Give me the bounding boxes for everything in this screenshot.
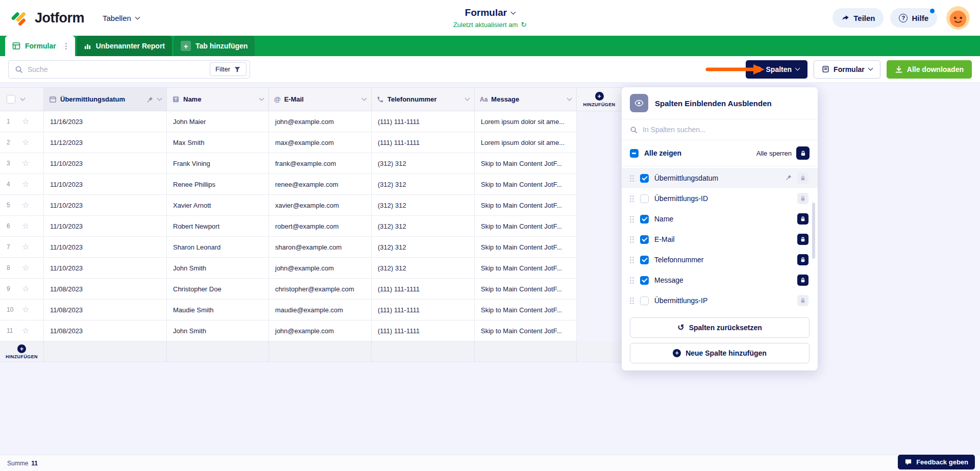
share-button[interactable]: Teilen: [832, 8, 884, 28]
lock-icon[interactable]: [797, 234, 808, 245]
form-title[interactable]: Formular: [453, 7, 527, 18]
row-header-cell[interactable]: 2☆: [0, 132, 44, 153]
cell-telefonnummer[interactable]: (312) 312: [372, 258, 475, 279]
column-visibility-checkbox[interactable]: [640, 194, 649, 203]
columns-search-box[interactable]: [622, 119, 818, 140]
tab-unbenannter-report[interactable]: Unbenannter Report: [77, 36, 172, 56]
cell-telefonnummer[interactable]: (312) 312: [372, 237, 475, 258]
cell-email[interactable]: renee@example.com: [269, 174, 372, 195]
reset-columns-button[interactable]: ↺ Spalten zurücksetzen: [630, 317, 810, 338]
star-icon[interactable]: ☆: [22, 201, 29, 209]
column-toggle-item[interactable]: Übermittlungsdatum: [622, 168, 818, 188]
cell-message[interactable]: Skip to Main Content JotF...: [475, 237, 577, 258]
cell-uebermittlungsdatum[interactable]: 11/10/2023: [44, 174, 167, 195]
cell-telefonnummer[interactable]: (312) 312: [372, 195, 475, 216]
drag-handle-icon[interactable]: [630, 215, 634, 223]
drag-handle-icon[interactable]: [630, 296, 634, 305]
row-header-cell[interactable]: 3☆: [0, 153, 44, 174]
cell-name[interactable]: John Smith: [167, 320, 269, 341]
cell-telefonnummer[interactable]: (111) 111-1111: [372, 111, 475, 132]
cell-uebermittlungsdatum[interactable]: 11/08/2023: [44, 279, 167, 300]
cell-name[interactable]: Robert Newport: [167, 216, 269, 237]
cell-email[interactable]: john@example.com: [269, 320, 372, 341]
add-new-column-button[interactable]: + Neue Spalte hinzufügen: [630, 343, 810, 363]
cell-uebermittlungsdatum[interactable]: 11/10/2023: [44, 258, 167, 279]
column-visibility-checkbox[interactable]: [640, 174, 649, 183]
cell-name[interactable]: Sharon Leonard: [167, 237, 269, 258]
star-icon[interactable]: ☆: [22, 306, 29, 314]
cell-uebermittlungsdatum[interactable]: 11/10/2023: [44, 216, 167, 237]
select-all-header[interactable]: [0, 87, 44, 111]
cell-uebermittlungsdatum[interactable]: 11/16/2023: [44, 111, 167, 132]
cell-message[interactable]: Skip to Main Content JotF...: [475, 153, 577, 174]
cell-name[interactable]: Maudie Smith: [167, 300, 269, 320]
cell-name[interactable]: Renee Phillips: [167, 174, 269, 195]
cell-name[interactable]: John Maier: [167, 111, 269, 132]
cell-email[interactable]: robert@example.com: [269, 216, 372, 237]
cell-email[interactable]: sharon@example.com: [269, 237, 372, 258]
column-visibility-checkbox[interactable]: [640, 256, 649, 264]
cell-telefonnummer[interactable]: (111) 111-1111: [372, 279, 475, 300]
column-header-message[interactable]: Aa Message: [475, 87, 577, 111]
cell-email[interactable]: christopher@example.com: [269, 279, 372, 300]
cell-message[interactable]: Skip to Main Content JotF...: [475, 174, 577, 195]
lock-icon[interactable]: [797, 193, 808, 204]
jotform-logo[interactable]: Jotform: [10, 8, 84, 28]
row-header-cell[interactable]: 1☆: [0, 111, 44, 132]
download-all-button[interactable]: Alle downloaden: [887, 60, 972, 79]
filter-button[interactable]: Filter: [210, 62, 247, 76]
row-header-cell[interactable]: 9☆: [0, 279, 44, 300]
column-toggle-item[interactable]: Übermittlungs-IP: [622, 290, 818, 311]
cell-telefonnummer[interactable]: (312) 312: [372, 216, 475, 237]
avatar[interactable]: [946, 6, 970, 30]
drag-handle-icon[interactable]: [630, 174, 634, 182]
drag-handle-icon[interactable]: [630, 276, 634, 284]
cell-email[interactable]: frank@example.com: [269, 153, 372, 174]
cell-message[interactable]: Skip to Main Content JotF...: [475, 320, 577, 341]
cell-telefonnummer[interactable]: (111) 111-1111: [372, 320, 475, 341]
column-toggle-item[interactable]: Message: [622, 270, 818, 290]
column-toggle-item[interactable]: Übermittlungs-ID: [622, 188, 818, 209]
column-toggle-item[interactable]: E-Mail: [622, 229, 818, 250]
column-visibility-checkbox[interactable]: [640, 235, 649, 244]
lock-icon[interactable]: [797, 254, 808, 265]
star-icon[interactable]: ☆: [22, 222, 29, 230]
cell-name[interactable]: Frank Vining: [167, 153, 269, 174]
row-header-cell[interactable]: 11☆: [0, 320, 44, 341]
cell-email[interactable]: john@example.com: [269, 258, 372, 279]
column-header-uebermittlungsdatum[interactable]: Übermittlungsdatum: [44, 87, 167, 111]
cell-message[interactable]: Skip to Main Content JotF...: [475, 300, 577, 320]
row-header-cell[interactable]: 10☆: [0, 300, 44, 320]
drag-handle-icon[interactable]: [630, 235, 634, 243]
cell-name[interactable]: John Smith: [167, 258, 269, 279]
drag-handle-icon[interactable]: [630, 256, 634, 264]
cell-email[interactable]: john@example.com: [269, 111, 372, 132]
lock-icon[interactable]: [797, 172, 808, 184]
row-header-cell[interactable]: 4☆: [0, 174, 44, 195]
cell-message[interactable]: Lorem ipsum dolor sit ame...: [475, 132, 577, 153]
cell-uebermittlungsdatum[interactable]: 11/10/2023: [44, 195, 167, 216]
cell-message[interactable]: Skip to Main Content JotF...: [475, 195, 577, 216]
form-button[interactable]: Formular: [814, 60, 880, 79]
panel-scrollbar[interactable]: [812, 203, 815, 259]
column-visibility-checkbox[interactable]: [640, 296, 649, 305]
cell-email[interactable]: maudie@example.com: [269, 300, 372, 320]
select-all-checkbox[interactable]: [7, 95, 15, 104]
add-column-header[interactable]: + HINZUFÜGEN: [577, 87, 622, 111]
column-header-email[interactable]: @ E-Mail: [269, 87, 372, 111]
column-toggle-item[interactable]: Name: [622, 209, 818, 229]
cell-uebermittlungsdatum[interactable]: 11/08/2023: [44, 300, 167, 320]
star-icon[interactable]: ☆: [22, 138, 29, 146]
feedback-button[interactable]: Feedback geben: [898, 455, 975, 469]
tab-formular[interactable]: Formular: [5, 36, 75, 56]
star-icon[interactable]: ☆: [22, 180, 29, 188]
show-all-checkbox[interactable]: [630, 149, 639, 158]
cell-message[interactable]: Skip to Main Content JotF...: [475, 216, 577, 237]
cell-telefonnummer[interactable]: (312) 312: [372, 153, 475, 174]
row-header-cell[interactable]: 8☆: [0, 258, 44, 279]
refresh-icon[interactable]: ↻: [521, 20, 527, 29]
column-visibility-checkbox[interactable]: [640, 215, 649, 224]
lock-icon[interactable]: [797, 213, 808, 225]
search-box[interactable]: Filter: [8, 60, 250, 79]
cell-uebermittlungsdatum[interactable]: 11/10/2023: [44, 153, 167, 174]
